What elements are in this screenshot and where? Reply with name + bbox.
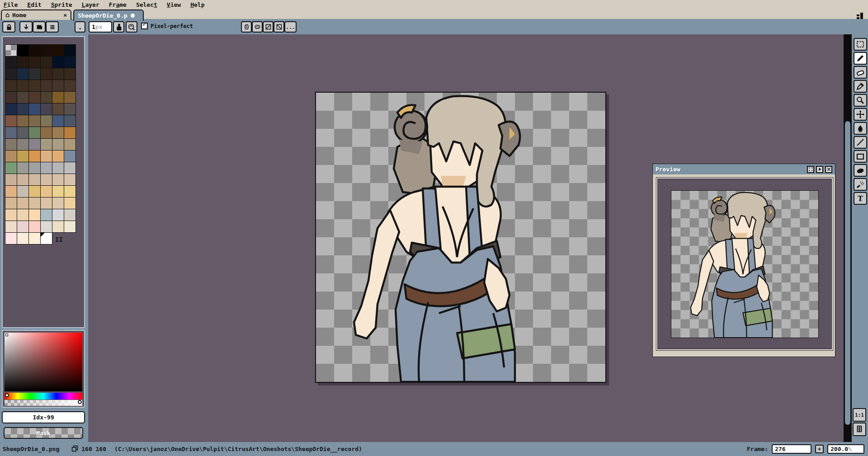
tool-rectangular-marquee[interactable] <box>854 38 867 51</box>
palette-swatch-5[interactable] <box>64 45 75 56</box>
palette-swatch-77[interactable] <box>64 186 75 197</box>
palette-swatch-99[interactable] <box>41 233 52 244</box>
palette-swatch-13[interactable] <box>17 68 28 80</box>
palette-swatch-76[interactable] <box>52 186 64 197</box>
palette-swatch-37[interactable] <box>17 115 28 127</box>
palette-swatch-94[interactable] <box>52 221 64 232</box>
palette-swatch-63[interactable] <box>41 162 52 174</box>
mask-button[interactable]: Mask <box>4 427 83 439</box>
palette-swatch-20[interactable] <box>29 80 40 91</box>
palette-swatch-40[interactable] <box>52 115 64 127</box>
palette-swatch-89[interactable] <box>64 209 75 221</box>
menu-edit[interactable]: Edit <box>27 1 41 8</box>
tab-home[interactable]: ⌂ Home × <box>1 9 71 20</box>
tool-spray[interactable] <box>854 178 867 191</box>
preview-viewport[interactable] <box>657 179 832 349</box>
palette-swatch-43[interactable] <box>17 127 28 138</box>
sv-marker[interactable] <box>5 334 8 336</box>
palette-swatch-75[interactable] <box>41 186 52 197</box>
tool-rectangle[interactable] <box>854 150 867 163</box>
add-frame-button[interactable]: + <box>815 445 824 453</box>
palette-swatch-41[interactable] <box>64 115 75 127</box>
palette-swatch-98[interactable] <box>29 233 40 244</box>
palette-swatch-2[interactable] <box>29 45 40 56</box>
palette-swatch-79[interactable] <box>17 197 28 209</box>
sort-down-button[interactable] <box>19 21 33 33</box>
menu-frame[interactable]: Frame <box>109 1 127 8</box>
alpha-marker[interactable] <box>78 400 82 404</box>
palette-swatch-72[interactable] <box>5 186 17 197</box>
palette-swatch-21[interactable] <box>41 80 52 91</box>
palette-swatch-14[interactable] <box>29 68 40 80</box>
palette-swatch-22[interactable] <box>52 80 64 91</box>
palette-swatch-68[interactable] <box>29 174 40 185</box>
tool-eraser[interactable] <box>854 66 867 79</box>
palette-swatch-83[interactable] <box>64 197 75 209</box>
palette-swatch-74[interactable] <box>29 186 40 197</box>
preview-title-bar[interactable]: Preview <box>653 164 835 174</box>
palette-swatch-10[interactable] <box>52 56 64 68</box>
palette-swatch-7[interactable] <box>17 56 28 68</box>
palette-swatch-55[interactable] <box>17 150 28 162</box>
pixel-perfect-checkbox[interactable]: ✓ Pixel-perfect <box>141 23 193 29</box>
palette-swatch-24[interactable] <box>5 92 17 103</box>
more-options-button[interactable]: ... <box>284 21 297 33</box>
palette-swatch-62[interactable] <box>29 162 40 174</box>
palette-swatch-16[interactable] <box>52 68 64 80</box>
hue-slider[interactable] <box>5 393 82 400</box>
palette-swatch-80[interactable] <box>29 197 40 209</box>
brush-type-button[interactable]: . <box>75 21 85 33</box>
tool-move[interactable] <box>854 108 867 121</box>
trace-pixel-button[interactable] <box>241 21 252 33</box>
timeline-toggle-button[interactable] <box>853 423 866 436</box>
palette-swatch-52[interactable] <box>52 139 64 150</box>
palette-swatch-86[interactable] <box>29 209 40 221</box>
tool-paint-bucket[interactable] <box>854 122 867 135</box>
menu-view[interactable]: View <box>167 1 181 8</box>
preview-play-button[interactable] <box>816 166 823 173</box>
app-grid-icon[interactable] <box>855 12 865 19</box>
palette-swatch-95[interactable] <box>64 221 75 232</box>
palette-menu-button[interactable] <box>46 21 59 33</box>
palette-swatch-51[interactable] <box>41 139 52 150</box>
palette-swatch-0[interactable] <box>5 45 17 56</box>
vertical-scrollbar[interactable] <box>844 34 852 442</box>
tool-line[interactable] <box>854 136 867 149</box>
tab-sprite-file[interactable]: SheepOrDie_0.p <box>73 9 144 21</box>
palette-swatch-27[interactable] <box>41 92 52 103</box>
frame-number-input[interactable]: 276 <box>772 444 811 454</box>
zoom-level-input[interactable]: 200.0% <box>827 444 864 454</box>
palette-swatch-58[interactable] <box>52 150 64 162</box>
palette-swatch-73[interactable] <box>17 186 28 197</box>
palette-swatch-19[interactable] <box>17 80 28 91</box>
vertical-scroll-thumb[interactable] <box>845 121 850 425</box>
sprite-canvas[interactable] <box>315 92 606 383</box>
palette-swatch-47[interactable] <box>64 127 75 138</box>
close-icon[interactable]: × <box>63 12 67 19</box>
palette-swatch-49[interactable] <box>17 139 28 150</box>
palette-swatch-59[interactable] <box>64 150 75 162</box>
ink-options-button[interactable] <box>126 21 137 33</box>
color-index-field[interactable]: Idx-99 <box>2 411 85 423</box>
palette-swatch-12[interactable] <box>5 68 17 80</box>
workspace[interactable]: Preview <box>88 34 844 442</box>
preview-center-button[interactable] <box>807 166 814 173</box>
palette-swatch-31[interactable] <box>17 103 28 115</box>
menu-sprite[interactable]: Sprite <box>51 1 72 8</box>
palette-swatch-17[interactable] <box>64 68 75 80</box>
menu-file[interactable]: File <box>4 1 18 8</box>
palette-swatch-36[interactable] <box>5 115 17 127</box>
palette-swatch-11[interactable] <box>64 56 75 68</box>
menu-help[interactable]: Help <box>190 1 204 8</box>
palette-swatch-82[interactable] <box>52 197 64 209</box>
palette-swatch-88[interactable] <box>52 209 64 221</box>
palette-swatch-1[interactable] <box>17 45 28 56</box>
ink-button[interactable] <box>113 21 124 33</box>
preview-close-button[interactable] <box>825 166 832 173</box>
palette-swatch-84[interactable] <box>5 209 17 221</box>
palette-swatch-87[interactable] <box>41 209 52 221</box>
palette-swatch-38[interactable] <box>29 115 40 127</box>
palette-swatch-85[interactable] <box>17 209 28 221</box>
tool-pencil[interactable] <box>854 52 867 65</box>
palette-swatch-90[interactable] <box>5 221 17 232</box>
